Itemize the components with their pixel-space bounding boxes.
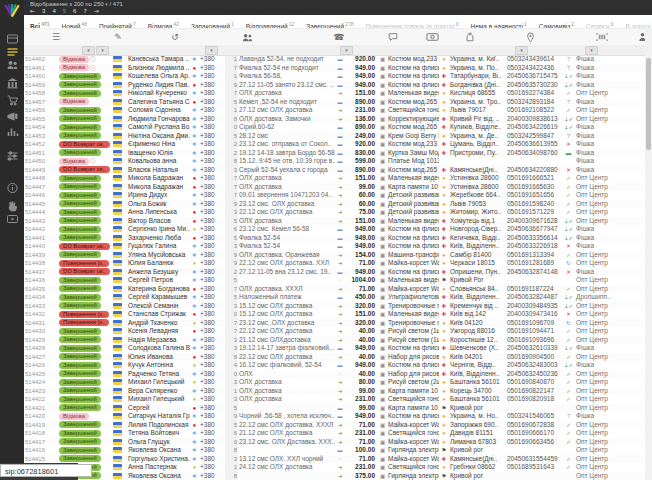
client-phone[interactable]: +380 — [199, 293, 225, 302]
client-phone[interactable]: +380 — [199, 200, 225, 209]
tracking-number[interactable]: 20450633226918 — [506, 242, 562, 251]
client-phone[interactable]: +380 — [199, 268, 225, 277]
client-phone[interactable]: +380 — [199, 276, 225, 285]
tracking-number[interactable]: 20450634098760 — [506, 149, 562, 158]
order-row[interactable]: 514458ЗавершенийНиколай Кучеренко✳+3807О… — [24, 89, 645, 98]
client-phone[interactable]: +380 — [199, 259, 225, 268]
order-row[interactable]: 514431Повернення (з..Андрій Ткаченко●+38… — [24, 319, 645, 328]
tracking-number[interactable]: 0501691571229 — [506, 208, 562, 217]
tracking-number[interactable]: 0501690822147 — [506, 387, 562, 396]
tracking-number[interactable]: 20450634220880 — [506, 166, 562, 175]
client-phone[interactable]: +380 — [199, 310, 225, 319]
order-row[interactable]: 514416ЗавершенийЯковлева Оксана✳+3808▬10… — [24, 446, 645, 455]
client-phone[interactable]: +380 — [199, 361, 225, 370]
client-phone[interactable]: +380 — [199, 302, 225, 311]
status-badge[interactable]: Завершений — [59, 226, 101, 233]
tab-Прийнятий[interactable]: Прийнятий7 — [93, 18, 142, 29]
status-badge[interactable]: Завершений — [59, 200, 101, 207]
client-phone[interactable]: +380 — [199, 412, 225, 421]
tracking-number[interactable]: 20450631554459 — [506, 455, 562, 464]
tracking-number[interactable]: 0503242893184 — [506, 98, 562, 107]
address-icon[interactable] — [524, 31, 536, 43]
client-phone[interactable]: +380 — [199, 55, 225, 64]
sidebar-item-stats-icon[interactable] — [5, 126, 19, 139]
order-row[interactable]: 514429ЗавершенийНадія Мерзаєва✳+380321.1… — [24, 336, 645, 345]
status-badge[interactable]: Завершений — [59, 455, 101, 462]
tab-Нема в наявності[interactable]: Нема в наявності1 — [465, 18, 533, 29]
order-row[interactable]: 514461ВідмоваⓘБлизнюк Людмила ..●+3807Фи… — [24, 64, 645, 73]
status-badge[interactable]: Завершений — [59, 404, 101, 411]
order-row[interactable]: 514439ЗавершенийУляна Мусійовська✳+3809О… — [24, 251, 645, 260]
status-badge[interactable]: Завершений — [59, 387, 101, 394]
barcode-icon[interactable] — [596, 31, 608, 43]
order-row[interactable]: 514443ЗавершенийВіктор Власов●+3805ОЛХ д… — [24, 217, 645, 226]
client-phone[interactable]: +380 — [199, 251, 225, 260]
status-badge[interactable]: Повернення (з.. — [59, 260, 109, 267]
order-row[interactable]: 514426ЗавершенийКучук Антоніна●+380416.1… — [24, 361, 645, 370]
order-row[interactable]: 514417ЗавершенийОльга Глущук✳+380023.12 … — [24, 438, 645, 447]
rows-icon[interactable]: ☰ — [50, 31, 62, 43]
client-phone[interactable]: +380 — [199, 123, 225, 132]
filter-dropdown-2[interactable]: ▾ — [205, 46, 218, 55]
scrollbar[interactable] — [645, 28, 652, 480]
sidebar-item-orders-icon[interactable] — [5, 46, 19, 59]
tracking-number[interactable]: 20450635730230 — [506, 81, 562, 90]
status-badge[interactable]: Відмова — [59, 56, 89, 63]
client-phone[interactable]: +380 — [199, 378, 225, 387]
client-phone[interactable]: +380 — [199, 353, 225, 362]
tracking-number[interactable] — [506, 276, 562, 285]
order-row[interactable]: 514414ЗавершенийАнна Пастернак●+380124.1… — [24, 463, 645, 472]
sidebar-item-clients-icon[interactable] — [5, 59, 19, 72]
order-row[interactable]: 514454ЗавершенийСамотій Руслана Во..✳+38… — [24, 123, 645, 132]
order-row[interactable]: 514419ЗавершенийЛилия Подолинская●+38052… — [24, 421, 645, 430]
order-row[interactable]: 514442ЗавершенийСергієнко Ірина Ми..●+38… — [24, 225, 645, 234]
tracking-number[interactable]: 20400309838613 — [506, 115, 562, 124]
status-badge[interactable]: Відмова — [59, 64, 89, 71]
status-badge[interactable]: DO Возврат ок.. — [59, 166, 110, 173]
order-row[interactable]: 514421ЗавершенийСергей●+3805▬99.00▣Карта… — [24, 404, 645, 413]
money-icon[interactable] — [426, 31, 438, 43]
tracking-number[interactable] — [506, 472, 562, 480]
page-4[interactable]: 4 — [52, 7, 55, 15]
tab-Завершений[interactable]: Завершений278 — [300, 18, 359, 29]
order-row[interactable]: 514437DO Возврат ок..Анжела Безушку✳+380… — [24, 268, 645, 277]
status-badge[interactable]: Завершений — [59, 379, 101, 386]
sidebar-item-dashboard-icon[interactable] — [5, 33, 19, 46]
tracking-number[interactable]: 0503242599847 — [506, 132, 562, 141]
sidebar-item-purchases-icon[interactable] — [5, 94, 19, 107]
order-row[interactable]: 514446ЗавершенийИрина Дидух✳+380709.01 з… — [24, 191, 645, 200]
client-phone[interactable]: +380 — [199, 98, 225, 107]
client-phone[interactable]: +380 — [199, 387, 225, 396]
page-6[interactable]: 6 — [73, 7, 76, 15]
status-badge[interactable]: Завершений — [59, 277, 101, 284]
tracking-number[interactable]: 0501690820918 — [506, 395, 562, 404]
order-row[interactable]: 514441ЗавершенийЗахарченко Люба●+3805Фиа… — [24, 234, 645, 243]
tracking-number[interactable]: 20400309473416 — [506, 310, 562, 319]
tracking-number[interactable]: 0501690666170 — [506, 429, 562, 438]
order-row[interactable]: 514424ЗавершенийМихаил Гилецький●+3803ОЛ… — [24, 378, 645, 387]
client-phone[interactable]: +380 — [199, 157, 225, 166]
order-row[interactable]: 514420ВідмоваСитарчук Наталія Гр..✳+3809… — [24, 412, 645, 421]
sidebar-item-settings-icon[interactable] — [5, 150, 19, 163]
status-badge[interactable]: Завершений — [59, 149, 101, 156]
order-row[interactable]: 514418ЗавершенийТетяна Войтович✳+380621.… — [24, 429, 645, 438]
order-row[interactable]: 514449DO Возврат ок..Власюк Наталья✳+380… — [24, 166, 645, 175]
tracking-number[interactable]: 0501690663456 — [506, 438, 562, 447]
refresh-icon[interactable]: ↺ — [169, 31, 181, 43]
status-badge[interactable]: Завершений — [59, 217, 101, 224]
tab-Відмова[interactable]: Відмова42 — [142, 18, 185, 29]
order-row[interactable]: 514435ЗавершенийКатерина Богданова●+3807… — [24, 285, 645, 294]
tracking-number[interactable]: 0501692108522 — [506, 106, 562, 115]
order-row[interactable]: 514457ВідмоваСалегина Татьяна С..●+3805К… — [24, 98, 645, 107]
filter-dropdown-1[interactable]: ▾ — [96, 46, 109, 55]
status-badge[interactable]: Завершений — [59, 438, 101, 445]
tracking-number[interactable]: 20450634226619 — [506, 123, 562, 132]
order-row[interactable]: 514456ЗавершенийСоломія Сідоніна✳+380127… — [24, 106, 645, 115]
client-phone[interactable]: +380 — [199, 446, 225, 455]
tracking-number[interactable]: 0501692274384 — [506, 89, 562, 98]
status-badge[interactable]: DO Возврат ок.. — [59, 268, 110, 275]
client-phone[interactable]: +380 — [199, 455, 225, 464]
order-row[interactable]: 514425ЗавершенийРадченко Тетяна✳+3800ОЛХ… — [24, 370, 645, 379]
status-badge[interactable]: Завершений — [59, 183, 101, 190]
order-row[interactable]: 514430ЗавершенийКсенія Левадняя●+380722.… — [24, 327, 645, 336]
